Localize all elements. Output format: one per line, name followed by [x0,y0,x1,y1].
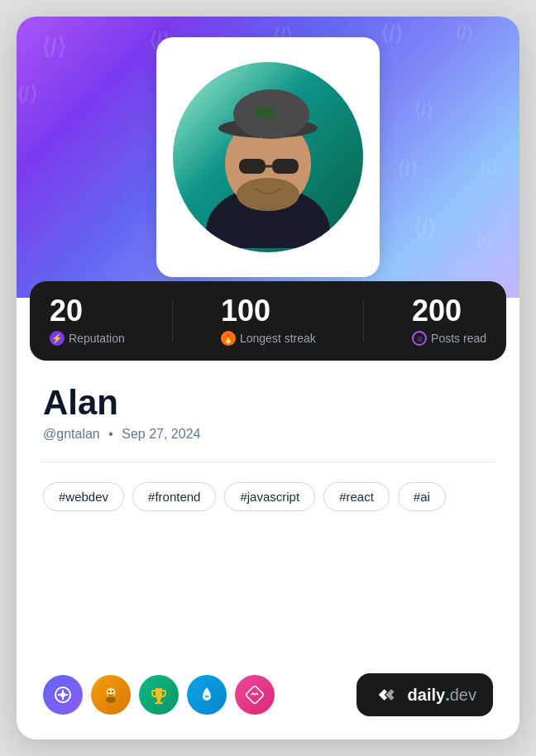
stat-divider-1 [172,300,173,342]
tag-frontend[interactable]: #frontend [132,482,216,511]
stat-posts: 200 ◎ Posts read [412,296,486,346]
reputation-label: ⚡ Reputation [50,331,125,346]
section-divider [43,462,493,462]
stats-bar: 20 ⚡ Reputation 100 🔥 Longest streak 200… [30,281,506,361]
badge-1 [43,675,83,715]
avatar-wrapper [156,37,380,277]
stat-divider-2 [363,300,364,342]
svg-rect-18 [155,702,163,704]
badge-3 [139,675,179,715]
badges-row [43,675,275,715]
posts-label: ◎ Posts read [412,331,486,346]
meta-separator: • [108,427,113,441]
streak-icon: 🔥 [221,331,236,346]
tag-ai[interactable]: #ai [398,482,446,511]
badge-2 [91,675,131,715]
streak-value: 100 [221,296,270,326]
streak-label: 🔥 Longest streak [221,331,316,346]
user-handle: @gntalan [43,427,100,441]
reputation-icon: ⚡ [50,331,65,346]
dailydev-wordmark: daily . dev [408,686,476,705]
tag-webdev[interactable]: #webdev [43,482,124,511]
tag-javascript[interactable]: #javascript [224,482,315,511]
card-body: Alan @gntalan • Sep 27, 2024 #webdev #fr… [17,361,519,673]
avatar-circle [173,62,363,252]
svg-point-16 [106,696,116,703]
user-meta: @gntalan • Sep 27, 2024 [43,427,493,442]
badge-4 [187,675,227,715]
stat-streak: 100 🔥 Longest streak [221,296,316,346]
svg-point-14 [108,691,110,692]
user-name: Alan [43,384,493,422]
svg-rect-7 [272,159,299,174]
svg-point-11 [60,692,65,697]
card-footer: daily . dev [17,673,519,739]
dailydev-daily-text: daily [408,686,446,705]
dailydev-logo-icon [373,683,401,706]
avatar-image [177,66,359,248]
badge-5 [235,675,275,715]
tags-container: #webdev #frontend #javascript #react #ai [43,482,493,511]
profile-card: ⟨/⟩ ⟨/⟩ ⟨/⟩ ⟨/⟩ ⟨/⟩ ⟨/⟩ ⟨/⟩ ⟨/⟩ ⟨/⟩ ⟨/⟩ … [17,17,519,739]
svg-point-15 [112,691,113,692]
svg-rect-5 [256,108,274,119]
dailydev-branding: daily . dev [357,673,493,716]
tag-react[interactable]: #react [323,482,390,511]
posts-icon: ◎ [412,331,427,346]
svg-rect-6 [239,159,266,174]
user-join-date: Sep 27, 2024 [122,427,200,441]
posts-value: 200 [412,296,462,326]
reputation-value: 20 [50,296,83,326]
stat-reputation: 20 ⚡ Reputation [50,296,125,346]
card-header: ⟨/⟩ ⟨/⟩ ⟨/⟩ ⟨/⟩ ⟨/⟩ ⟨/⟩ ⟨/⟩ ⟨/⟩ ⟨/⟩ ⟨/⟩ … [17,17,519,298]
dailydev-dev-text: dev [450,686,476,705]
